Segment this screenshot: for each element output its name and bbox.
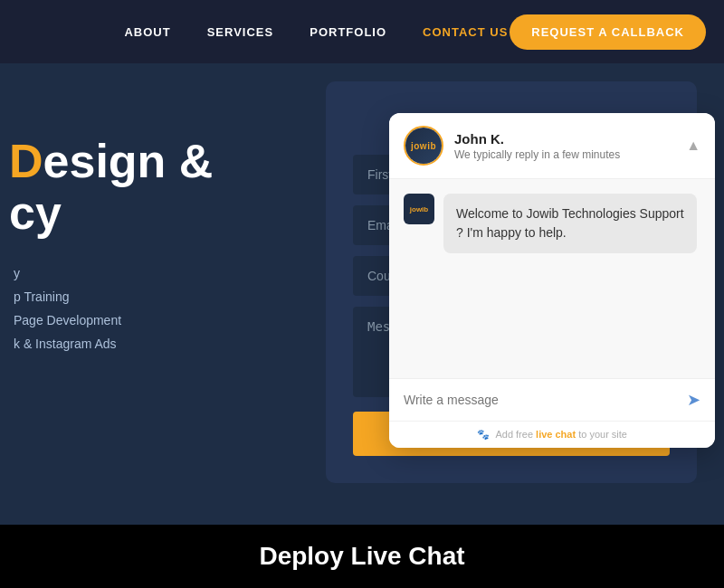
nav-about[interactable]: ABOUT bbox=[124, 25, 170, 39]
chat-bubble: Welcome to Jowib Technologies Support ? … bbox=[443, 194, 697, 253]
hero-line2: cy bbox=[9, 186, 62, 239]
message-avatar: jowib bbox=[404, 194, 434, 224]
agent-info: John K. We typically reply in a few minu… bbox=[454, 131, 620, 161]
hero-line1: esign & bbox=[43, 135, 214, 187]
list-item: y bbox=[9, 266, 213, 280]
hero-d-letter: D bbox=[9, 135, 43, 187]
chat-message-input[interactable] bbox=[404, 393, 678, 407]
chat-message-text: Welcome to Jowib Technologies Support ? … bbox=[456, 206, 684, 240]
agent-status: We typically reply in a few minutes bbox=[454, 148, 620, 161]
nav-contact[interactable]: CONTACT US bbox=[423, 25, 508, 39]
main-background: Design & cy y p Training Page Developmen… bbox=[0, 63, 724, 588]
bottom-banner-text: Deploy Live Chat bbox=[259, 542, 464, 571]
chat-footer: 🐾 Add free live chat to your site bbox=[389, 421, 715, 448]
live-chat-link[interactable]: live chat bbox=[536, 429, 576, 440]
nav-portfolio[interactable]: PORTFOLIO bbox=[310, 25, 386, 39]
footer-add-text: Add free bbox=[495, 429, 533, 440]
footer-suffix: to your site bbox=[578, 429, 627, 440]
footer-icon: 🐾 bbox=[477, 429, 490, 440]
agent-name: John K. bbox=[454, 131, 620, 147]
list-item: k & Instagram Ads bbox=[9, 337, 213, 351]
navbar: ABOUT SERVICES PORTFOLIO CONTACT US PRIC… bbox=[0, 0, 724, 63]
nav-services[interactable]: SERVICES bbox=[207, 25, 274, 39]
chat-minimize-button[interactable]: ▲ bbox=[686, 138, 700, 154]
services-list: y p Training Page Development k & Instag… bbox=[9, 266, 213, 351]
hero-headline: Design & cy bbox=[9, 136, 213, 239]
chat-widget: jowib John K. We typically reply in a fe… bbox=[389, 113, 715, 448]
bottom-banner: Deploy Live Chat bbox=[0, 525, 724, 588]
chat-messages: jowib Welcome to Jowib Technologies Supp… bbox=[389, 179, 715, 378]
list-item: Page Development bbox=[9, 313, 213, 327]
avatar-text: jowib bbox=[405, 128, 442, 164]
list-item: p Training bbox=[9, 289, 213, 304]
chat-header: jowib John K. We typically reply in a fe… bbox=[389, 113, 715, 179]
chat-message-row: jowib Welcome to Jowib Technologies Supp… bbox=[404, 194, 700, 253]
hero-text: Design & cy y p Training Page Developmen… bbox=[0, 136, 213, 360]
chat-input-area: ➤ bbox=[389, 378, 715, 421]
chat-send-button[interactable]: ➤ bbox=[687, 390, 700, 410]
agent-avatar: jowib bbox=[404, 126, 443, 166]
request-callback-button[interactable]: REQUEST A CALLBACK bbox=[510, 14, 706, 50]
